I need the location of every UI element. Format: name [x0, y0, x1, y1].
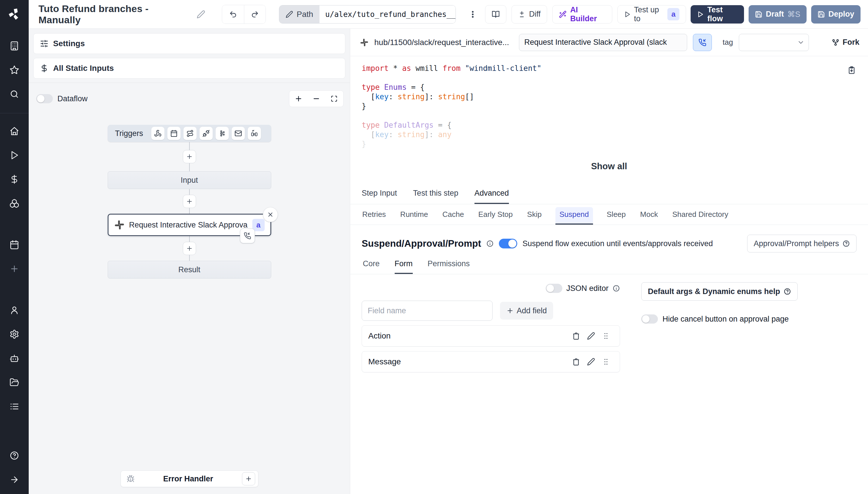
suspend-phone-incoming-button[interactable]: [693, 34, 712, 51]
webhook-trigger-icon[interactable]: [151, 127, 165, 140]
error-handler-label: Error Handler: [135, 475, 242, 483]
drag-handle-grip-icon[interactable]: [598, 354, 613, 369]
dataflow-toggle[interactable]: [36, 94, 53, 103]
approval-prompt-helpers-button[interactable]: Approval/Prompt helpers: [747, 235, 856, 252]
field-name-input[interactable]: [362, 301, 493, 321]
tab-runtime[interactable]: Runtime: [400, 207, 428, 225]
edit-field-pencil-icon[interactable]: [584, 354, 598, 369]
test-up-to-button[interactable]: Test up to a: [617, 5, 686, 23]
tab-test-this-step[interactable]: Test this step: [413, 189, 458, 204]
docs-book-button[interactable]: [485, 5, 506, 23]
websocket-trigger-icon[interactable]: [200, 127, 213, 140]
windmill-logo-icon: [8, 7, 21, 21]
tab-cache[interactable]: Cache: [442, 207, 464, 225]
info-icon[interactable]: [486, 240, 494, 247]
zoom-in-button[interactable]: [292, 92, 305, 105]
search-icon[interactable]: [8, 88, 21, 100]
http-route-trigger-icon[interactable]: [183, 127, 197, 140]
poll-watch-trigger-icon[interactable]: [248, 127, 261, 140]
flow-settings-button[interactable]: Settings: [33, 33, 345, 54]
folders-icon[interactable]: [8, 376, 21, 389]
slack-approval-step-node[interactable]: Request Interactive Slack Approval (... …: [108, 214, 271, 236]
diff-button[interactable]: Diff: [512, 5, 547, 23]
tab-retries[interactable]: Retries: [362, 207, 386, 225]
delete-field-trash-icon[interactable]: [569, 328, 584, 343]
path-control[interactable]: Path u/alex/tuto_refund_branches__: [279, 5, 456, 23]
workspace-icon[interactable]: [8, 40, 21, 52]
kafka-trigger-icon[interactable]: [216, 127, 229, 140]
undo-redo-group: [222, 5, 266, 24]
tab-mock[interactable]: Mock: [640, 207, 659, 225]
copy-code-clipboard-icon[interactable]: [847, 66, 856, 75]
edit-title-pencil-icon[interactable]: [197, 10, 205, 19]
ai-bot-icon[interactable]: [8, 352, 21, 365]
fork-button[interactable]: Fork: [832, 38, 860, 47]
tab-step-input[interactable]: Step Input: [362, 189, 397, 204]
info-icon[interactable]: [612, 285, 620, 292]
schedule-trigger-icon[interactable]: [167, 127, 181, 140]
book-open-icon: [492, 10, 500, 18]
draft-button[interactable]: Draft ⌘S: [749, 5, 807, 23]
tab-early-stop[interactable]: Early Stop: [478, 207, 513, 225]
insert-step-plus-button[interactable]: [183, 150, 196, 163]
zoom-out-button[interactable]: [310, 92, 322, 105]
path-value-input[interactable]: u/alex/tuto_refund_branches__: [319, 5, 456, 23]
deploy-button[interactable]: Deploy: [811, 5, 861, 23]
delete-field-trash-icon[interactable]: [569, 354, 584, 369]
help-icon[interactable]: [8, 449, 21, 462]
user-icon[interactable]: [8, 304, 21, 317]
json-editor-label: JSON editor: [566, 284, 609, 293]
json-editor-toggle[interactable]: [546, 284, 562, 293]
home-icon[interactable]: [8, 125, 21, 137]
step-summary-input[interactable]: Request Interactive Slack Approval (slac…: [519, 34, 687, 51]
drag-handle-grip-icon[interactable]: [598, 328, 613, 343]
tab-advanced[interactable]: Advanced: [475, 189, 509, 204]
insert-step-plus-button[interactable]: [183, 195, 196, 208]
tab-suspend[interactable]: Suspend: [555, 207, 593, 225]
variables-dollar-icon[interactable]: [8, 173, 21, 186]
sliders-icon: [40, 39, 49, 48]
tag-select[interactable]: [739, 34, 809, 51]
edit-field-pencil-icon[interactable]: [584, 328, 598, 343]
path-button[interactable]: Path: [279, 5, 319, 23]
redo-button[interactable]: [244, 5, 266, 23]
favorites-star-icon[interactable]: [8, 64, 21, 76]
code-line: [key: string]: string[]: [362, 92, 868, 101]
more-options-kebab-icon[interactable]: [466, 10, 480, 19]
settings-gear-icon[interactable]: [8, 328, 21, 341]
all-static-inputs-button[interactable]: All Static Inputs: [33, 58, 345, 79]
add-icon[interactable]: [8, 263, 21, 275]
ai-builder-button[interactable]: AI Builder: [552, 5, 612, 23]
code-line: type DefaultArgs = {: [362, 120, 868, 130]
audit-list-icon[interactable]: [8, 400, 21, 413]
tab-permissions[interactable]: Permissions: [428, 259, 470, 274]
hide-cancel-toggle[interactable]: [641, 315, 658, 324]
add-error-handler-plus-button[interactable]: [242, 472, 255, 486]
fullscreen-button[interactable]: [328, 92, 340, 105]
show-all-button[interactable]: Show all: [350, 161, 868, 172]
input-node[interactable]: Input: [108, 171, 271, 189]
undo-button[interactable]: [222, 5, 244, 23]
test-flow-button[interactable]: Test flow: [690, 5, 744, 23]
result-node[interactable]: Result: [108, 261, 271, 279]
triggers-node[interactable]: Triggers: [108, 125, 271, 142]
default-args-help-button[interactable]: Default args & Dynamic enums help: [641, 282, 798, 301]
error-handler-node[interactable]: Error Handler: [121, 471, 258, 487]
email-trigger-icon[interactable]: [232, 127, 245, 140]
collapse-sidebar-arrow-icon[interactable]: [8, 473, 21, 486]
resources-boxes-icon[interactable]: [8, 197, 21, 210]
flow-graph: Triggers Input: [29, 125, 350, 279]
schedules-calendar-icon[interactable]: [8, 239, 21, 251]
code-lines: import * as wmill from "windmill-client"…: [362, 64, 868, 149]
code-preview[interactable]: import * as wmill from "windmill-client"…: [350, 56, 868, 185]
tab-skip[interactable]: Skip: [527, 207, 542, 225]
tab-sleep[interactable]: Sleep: [606, 207, 627, 225]
tab-form[interactable]: Form: [395, 259, 413, 274]
tab-core[interactable]: Core: [363, 259, 380, 274]
suspend-enabled-toggle[interactable]: [499, 239, 517, 248]
delete-step-close-icon[interactable]: [263, 207, 278, 222]
add-field-button[interactable]: Add field: [500, 302, 553, 320]
runs-play-icon[interactable]: [8, 149, 21, 162]
insert-step-plus-button[interactable]: [183, 242, 196, 255]
tab-shared-directory[interactable]: Shared Directory: [672, 207, 729, 225]
